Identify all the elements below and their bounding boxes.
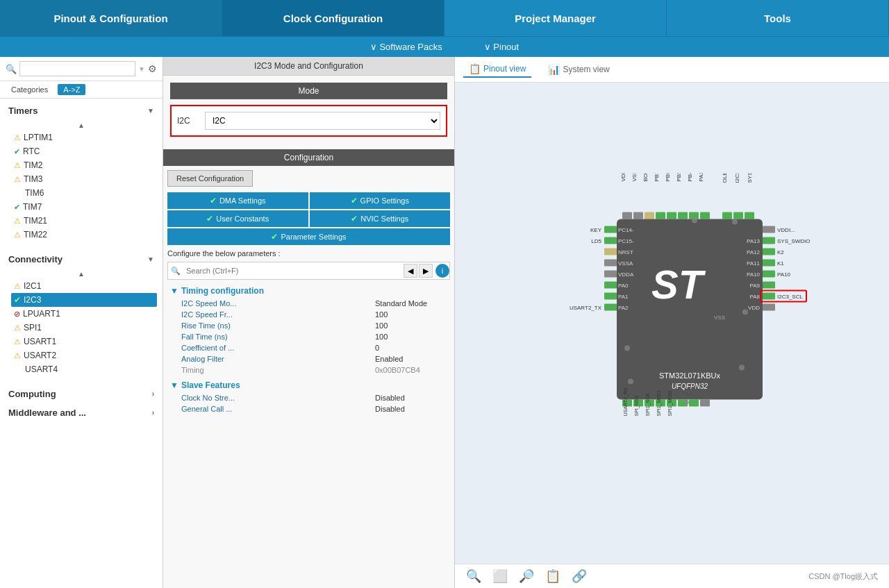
svg-rect-26: [604, 226, 617, 233]
svg-rect-29: [604, 237, 617, 244]
timers-list: ⚠ LPTIM1 ✔ RTC ⚠ TIM2 ⚠ TIM3 TIM6: [0, 131, 163, 244]
i2c-mode-select[interactable]: I2C SMBus Disabled: [205, 112, 440, 130]
svg-rect-53: [763, 259, 775, 266]
svg-rect-16: [678, 212, 688, 219]
tab-gpio-settings[interactable]: ✔ GPIO Settings: [310, 192, 451, 209]
tab-pinout-config[interactable]: Pinout & Configuration: [0, 0, 222, 36]
settings-tabs: ✔ DMA Settings ✔ GPIO Settings ✔ User Co…: [167, 192, 450, 227]
svg-text:PA1: PA1: [618, 293, 629, 299]
category-timers[interactable]: Timers ▼: [0, 101, 163, 120]
info-button[interactable]: i: [435, 264, 449, 278]
mode-label: Mode: [170, 83, 447, 99]
table-row: I2C Speed Mo... Standard Mode: [167, 298, 450, 309]
slave-features-header[interactable]: ▼ Slave Features: [167, 378, 450, 392]
software-packs-nav[interactable]: ∨ Software Packs: [370, 42, 442, 52]
list-item-lptim1[interactable]: ⚠ LPTIM1: [11, 131, 157, 144]
svg-text:PA10: PA10: [747, 271, 761, 277]
i2c-label: I2C: [177, 116, 205, 126]
tab-tools[interactable]: Tools: [667, 0, 889, 36]
table-row: General Call ... Disabled: [167, 403, 450, 414]
svg-text:PC15-: PC15-: [618, 237, 634, 244]
svg-rect-65: [763, 303, 775, 310]
screenshot-button[interactable]: 📋: [545, 569, 560, 584]
search-next-btn[interactable]: ▶: [419, 264, 433, 278]
tab-user-constants[interactable]: ✔ User Constants: [167, 210, 308, 227]
list-item-i2c1[interactable]: ⚠ I2C1: [11, 279, 157, 293]
svg-text:UFQFPN32: UFQFPN32: [671, 382, 708, 389]
table-row: Fall Time (ns) 100: [167, 331, 450, 342]
svg-rect-38: [604, 281, 617, 288]
svg-rect-20: [733, 212, 743, 219]
svg-rect-19: [722, 212, 732, 219]
warn-icon: ⚠: [14, 337, 21, 346]
svg-text:PA13: PA13: [747, 237, 761, 244]
category-connectivity[interactable]: Connectivity ▼: [0, 250, 163, 269]
warn-icon: ⚠: [14, 230, 21, 240]
svg-point-81: [624, 345, 630, 351]
scroll-up-connectivity[interactable]: ▲: [0, 269, 163, 279]
export-button[interactable]: 🔗: [572, 569, 587, 584]
tab-dma-settings[interactable]: ✔ DMA Settings: [167, 192, 308, 209]
svg-text:VDDA: VDDA: [618, 271, 634, 277]
svg-text:I2C3_SCL: I2C3_SCL: [777, 293, 803, 299]
chevron-computing: ›: [152, 390, 154, 398]
list-item-tim22[interactable]: ⚠ TIM22: [11, 228, 157, 242]
table-row: Clock No Stre... Disabled: [167, 392, 450, 403]
tab-pinout-view[interactable]: 📋 Pinout view: [463, 61, 531, 78]
svg-text:PA8: PA8: [749, 293, 760, 299]
svg-text:K2: K2: [777, 249, 784, 255]
check-icon: ✔: [351, 214, 358, 224]
svg-text:SPI1_MISO: SPI1_MISO: [656, 389, 662, 416]
list-item-tim7[interactable]: ✔ TIM7: [11, 200, 157, 214]
svg-text:I2C3_SDA: I2C3_SDA: [734, 173, 740, 183]
search-input[interactable]: [19, 61, 135, 76]
tab-clock-config[interactable]: Clock Configuration: [222, 0, 444, 36]
list-item-usart2[interactable]: ⚠ USART2: [11, 348, 157, 362]
pinout-nav[interactable]: ∨ Pinout: [484, 42, 519, 52]
svg-rect-32: [604, 248, 617, 255]
category-computing[interactable]: Computing ›: [0, 385, 163, 403]
list-item-usart1[interactable]: ⚠ USART1: [11, 335, 157, 348]
svg-text:PA12: PA12: [747, 249, 761, 255]
svg-rect-73: [689, 399, 699, 406]
svg-point-82: [628, 378, 633, 384]
list-item-tim3[interactable]: ⚠ TIM3: [11, 172, 157, 186]
svg-text:USART2_TX: USART2_TX: [569, 304, 601, 310]
category-middleware[interactable]: Middleware and ... ›: [0, 403, 163, 422]
list-item-i2c3[interactable]: ✔ I2C3: [11, 293, 157, 307]
table-row: Coefficient of ... 0: [167, 342, 450, 353]
search-prev-btn[interactable]: ◀: [404, 264, 417, 278]
chevron-middleware: ›: [152, 409, 154, 417]
list-item-rtc[interactable]: ✔ RTC: [11, 144, 157, 158]
list-item-usart4[interactable]: USART4: [11, 362, 157, 376]
tab-categories[interactable]: Categories: [6, 84, 53, 95]
warn-icon: ⚠: [14, 175, 21, 184]
pinout-view-icon: 📋: [469, 63, 481, 74]
tab-parameter-settings[interactable]: ✔ Parameter Settings: [167, 228, 450, 245]
sidebar-content: Timers ▼ ▲ ⚠ LPTIM1 ✔ RTC ⚠ TIM2 ⚠: [0, 99, 163, 588]
svg-rect-74: [700, 399, 710, 406]
svg-point-86: [732, 219, 738, 224]
search-dropdown-icon[interactable]: ▼: [138, 65, 145, 73]
svg-text:VSS: VSS: [714, 314, 725, 320]
zoom-out-button[interactable]: 🔎: [519, 569, 534, 584]
gear-icon[interactable]: ⚙: [148, 63, 157, 74]
scroll-up-timers[interactable]: ▲: [0, 120, 163, 131]
list-item-tim21[interactable]: ⚠ TIM21: [11, 214, 157, 228]
zoom-in-button[interactable]: 🔍: [466, 569, 481, 584]
list-item-tim6[interactable]: TIM6: [11, 186, 157, 200]
svg-text:SPI_NSS: SPI_NSS: [634, 395, 640, 416]
tab-nvic-settings[interactable]: ✔ NVIC Settings: [310, 210, 451, 227]
list-item-spi1[interactable]: ⚠ SPI1: [11, 321, 157, 335]
list-item-tim2[interactable]: ⚠ TIM2: [11, 158, 157, 172]
param-search-input[interactable]: [183, 264, 402, 278]
svg-point-83: [683, 399, 689, 405]
reset-config-button[interactable]: Reset Configuration: [167, 170, 253, 187]
timing-config-header[interactable]: ▼ Timing configuration: [167, 284, 450, 298]
ic-chip-wrapper: VDD VSS BOOT0 PB7 PB6 PB5 PB4 PA14 OLED_…: [499, 173, 846, 473]
tab-a-to-z[interactable]: A->Z: [58, 84, 85, 95]
fit-view-button[interactable]: ⬜: [492, 569, 508, 584]
list-item-lpuart1[interactable]: ⊘ LPUART1: [11, 307, 157, 321]
tab-project-manager[interactable]: Project Manager: [444, 0, 667, 36]
tab-system-view[interactable]: 📊 System view: [542, 62, 615, 77]
